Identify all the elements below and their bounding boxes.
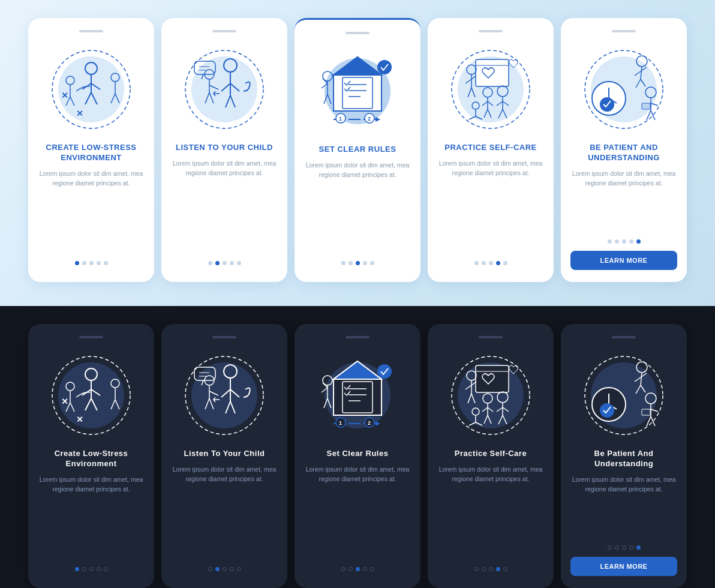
svg-text:✕: ✕: [61, 91, 68, 100]
top-bar: [479, 30, 503, 32]
top-bar-dark: [612, 336, 636, 338]
dot: [474, 261, 479, 265]
dot: [482, 567, 486, 571]
dot: [370, 261, 374, 265]
dot: [89, 567, 94, 571]
card-desc-selfcare-light: Lorem ipsum dolor sit dim amet, mea regi…: [437, 159, 544, 178]
dots-listen-dark: [208, 567, 241, 571]
dot: [629, 239, 633, 244]
dots-patient-dark: [608, 545, 641, 550]
card-desc-listen-dark: Lorem ipsum dolor sit dim amet, mea regi…: [171, 465, 278, 484]
illustration-rules-light: 1 2: [310, 40, 405, 136]
svg-text:2: 2: [368, 420, 371, 426]
card-low-stress-dark: ✕ ✕ Create Low-Stress Environment Lorem …: [28, 324, 154, 588]
dot: [622, 545, 626, 550]
dot: [237, 567, 241, 571]
top-bar: [212, 30, 236, 32]
card-rules-light: 1 2 SET CLEAR RULES Lorem ipsum dolor si…: [295, 18, 420, 282]
svg-rect-137: [343, 382, 372, 413]
card-title-low-stress-dark: Create Low-Stress Environment: [38, 449, 145, 469]
dot: [615, 239, 619, 244]
dot: [496, 261, 500, 265]
illustration-listen-dark: [176, 344, 272, 440]
card-listen-light: LISTEN TO YOUR CHILD Lorem ipsum dolor s…: [161, 18, 287, 282]
svg-line-196: [651, 416, 655, 426]
top-bar-dark: [79, 336, 103, 338]
dots-rules-dark: [341, 567, 374, 571]
dot: [482, 261, 486, 265]
svg-rect-38: [343, 77, 372, 109]
dot: [104, 261, 108, 265]
dot: [615, 545, 619, 550]
learn-more-button-light[interactable]: LEARN MORE: [570, 251, 677, 270]
dot: [223, 261, 227, 265]
learn-more-button-dark[interactable]: LEARN MORE: [570, 557, 677, 576]
dot: [349, 567, 353, 571]
dots-patient-light: [608, 239, 641, 244]
dot: [341, 567, 346, 571]
top-bar: [612, 30, 636, 32]
dots-selfcare-dark: [474, 567, 507, 571]
dot: [503, 261, 507, 265]
card-title-patient-dark: Be Patient And Understanding: [570, 449, 677, 469]
top-bar-dark: [479, 336, 503, 338]
dot: [370, 567, 374, 571]
card-patient-dark: Be Patient And Understanding Lorem ipsum…: [561, 324, 687, 588]
dots-selfcare-light: [474, 261, 507, 265]
dot: [629, 545, 633, 550]
dot: [215, 261, 220, 265]
svg-rect-56: [476, 59, 509, 86]
svg-text:✕: ✕: [61, 397, 68, 406]
dots-listen-light: [208, 261, 241, 265]
illustration-patient-dark: [576, 344, 672, 440]
dot: [104, 567, 108, 571]
svg-rect-197: [642, 409, 650, 415]
card-desc-low-stress-dark: Lorem ipsum dolor sit dim amet, mea regi…: [38, 475, 145, 494]
card-desc-patient-light: Lorem ipsum dolor sit dim amet, mea regi…: [570, 169, 677, 188]
top-bar: [79, 30, 103, 32]
dots-low-stress-light: [75, 261, 108, 265]
dot: [349, 261, 353, 265]
dot: [608, 239, 612, 244]
dot: [230, 261, 234, 265]
top-bar-dark: [346, 336, 369, 338]
svg-text:2: 2: [368, 116, 371, 122]
card-listen-dark: Listen To Your Child Lorem ipsum dolor s…: [161, 324, 287, 588]
svg-text:1: 1: [339, 420, 342, 426]
dot: [363, 567, 367, 571]
card-desc-listen-light: Lorem ipsum dolor sit dim amet, mea regi…: [171, 159, 278, 178]
dot: [356, 261, 360, 265]
illustration-selfcare-dark: [443, 344, 539, 440]
illustration-listen-light: [176, 38, 272, 134]
card-title-listen-light: LISTEN TO YOUR CHILD: [176, 143, 273, 153]
svg-rect-98: [642, 103, 650, 109]
dot: [89, 261, 94, 265]
card-title-listen-dark: Listen To Your Child: [184, 449, 265, 459]
dot: [230, 567, 234, 571]
top-bar-dark: [212, 336, 236, 338]
card-selfcare-light: PRACTICE SELF-CARE Lorem ipsum dolor sit…: [428, 18, 554, 282]
card-desc-patient-dark: Lorem ipsum dolor sit dim amet, mea regi…: [570, 475, 677, 494]
dots-rules-light: [341, 261, 374, 265]
card-title-selfcare-dark: Practice Self-Care: [455, 449, 527, 459]
dot: [341, 261, 346, 265]
svg-line-97: [651, 110, 655, 120]
dot: [82, 567, 86, 571]
card-title-selfcare-light: PRACTICE SELF-CARE: [444, 143, 536, 153]
card-title-low-stress-light: CREATE LOW-STRESS ENVIRONMENT: [38, 143, 145, 163]
card-low-stress-light: ✕ ✕ CREATE LOW-STRESS ENVIRONMENT Lorem …: [28, 18, 154, 282]
light-section: ✕ ✕ CREATE LOW-STRESS ENVIRONMENT Lorem …: [0, 0, 715, 306]
top-bar: [346, 32, 369, 34]
svg-text:1: 1: [339, 116, 342, 122]
svg-marker-141: [375, 421, 380, 426]
dark-section: ✕ ✕ Create Low-Stress Environment Lorem …: [0, 306, 715, 588]
dot: [503, 567, 507, 571]
dot: [208, 567, 212, 571]
card-desc-low-stress-light: Lorem ipsum dolor sit dim amet, mea regi…: [38, 169, 145, 188]
card-desc-rules-light: Lorem ipsum dolor sit dim amet, mea regi…: [304, 161, 411, 180]
illustration-low-stress-light: ✕ ✕: [43, 38, 139, 134]
dot: [363, 261, 367, 265]
dot: [237, 261, 241, 265]
dot: [215, 567, 220, 571]
dots-low-stress-dark: [75, 567, 108, 571]
